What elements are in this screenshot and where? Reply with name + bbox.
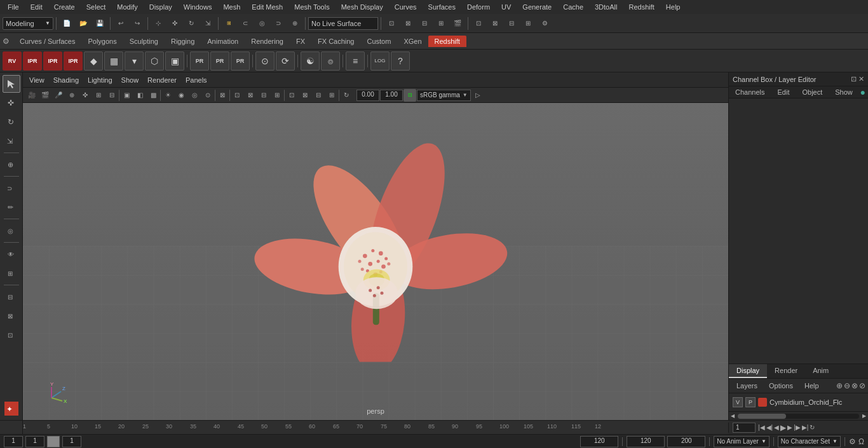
cb-tab-show[interactable]: Show xyxy=(829,86,859,98)
shelf-tab-rendering[interactable]: Rendering xyxy=(245,36,290,47)
menu-generate[interactable]: Generate xyxy=(517,2,557,12)
menu-mesh-tools[interactable]: Mesh Tools xyxy=(289,2,334,12)
menu-3dtoall[interactable]: 3DtoAll xyxy=(590,2,622,12)
cb-close-icon[interactable]: ✕ xyxy=(858,75,864,83)
show-hide-tool[interactable]: 👁 xyxy=(3,245,20,263)
layer-up-icon[interactable]: ⊗ xyxy=(851,381,858,390)
layer-add-icon[interactable]: ⊕ xyxy=(836,381,843,390)
le-subtab-layers[interactable]: Layers xyxy=(731,381,763,391)
shelf-icon-hex[interactable]: ⬡ xyxy=(145,51,164,71)
timeline-current-frame[interactable]: 1 xyxy=(733,423,756,433)
render-icon2[interactable]: ⊠ xyxy=(400,16,416,31)
vp-grid-btn[interactable]: ⊞ xyxy=(92,89,105,102)
vp-ao-btn[interactable]: ⊙ xyxy=(201,89,214,102)
le-subtab-help[interactable]: Help xyxy=(799,381,824,391)
vp-menu-view[interactable]: View xyxy=(25,75,48,85)
no-char-set-dropdown[interactable]: No Character Set ▼ xyxy=(778,436,841,447)
select-tool[interactable] xyxy=(3,75,20,93)
shelf-icon-yin[interactable]: ☯ xyxy=(301,51,320,71)
editor-tool[interactable]: ⊞ xyxy=(3,264,20,282)
viewport-3d[interactable]: Z X Y persp xyxy=(23,103,728,420)
shelf-icon-ipr3[interactable]: IPR xyxy=(64,51,83,71)
menu-edit-mesh[interactable]: Edit Mesh xyxy=(247,2,288,12)
vp-camera-btn[interactable]: 🎥 xyxy=(25,89,38,102)
tl-next-key-btn[interactable]: |▶ xyxy=(794,424,801,431)
tl-prev-btn[interactable]: ◀ xyxy=(774,424,779,431)
timeline-numbers[interactable]: 1 5 10 15 20 25 30 35 40 45 50 55 60 65 … xyxy=(23,421,728,434)
menu-curves[interactable]: Curves xyxy=(390,2,422,12)
layer-scrollbar[interactable]: ◀ ▶ xyxy=(729,411,868,420)
gamma-dropdown[interactable]: sRGB gamma ▼ xyxy=(417,90,471,101)
scroll-thumb[interactable] xyxy=(738,414,786,419)
menu-help[interactable]: Help xyxy=(661,2,686,12)
vp-size2-btn[interactable]: ⊠ xyxy=(299,89,311,102)
sb-frame1[interactable]: 1 xyxy=(4,436,23,447)
vp-menu-shading[interactable]: Shading xyxy=(50,75,83,85)
display-icon4[interactable]: ⊞ xyxy=(520,16,536,31)
le-tab-anim[interactable]: Anim xyxy=(805,364,836,378)
le-tab-display[interactable]: Display xyxy=(729,364,767,378)
layer-color-swatch[interactable] xyxy=(758,398,767,407)
menu-cache[interactable]: Cache xyxy=(558,2,588,12)
vp-exposure-field[interactable]: 0.00 xyxy=(356,90,379,101)
snap-surface-button[interactable]: ⊃ xyxy=(271,16,286,31)
vp-cursor-btn[interactable]: ✜ xyxy=(79,89,92,102)
save-file-button[interactable]: 💾 xyxy=(92,16,107,31)
snap-grid-button[interactable]: ⊞ xyxy=(221,16,236,31)
vp-size4-btn[interactable]: ⊞ xyxy=(325,89,338,102)
shelf-icon-log[interactable]: LOG xyxy=(370,51,390,71)
render-icon4[interactable]: ⊞ xyxy=(433,16,449,31)
vp-film-btn[interactable]: 🎬 xyxy=(39,89,51,102)
shelf-icon-grid[interactable]: ▦ xyxy=(104,51,123,71)
redo-button[interactable]: ↪ xyxy=(130,16,145,31)
menu-mesh-display[interactable]: Mesh Display xyxy=(336,2,388,12)
vp-aa3-btn[interactable]: ⊟ xyxy=(257,89,270,102)
vp-menu-renderer[interactable]: Renderer xyxy=(144,75,180,85)
no-live-surface-field[interactable]: No Live Surface xyxy=(308,17,378,30)
shelf-icon-box[interactable]: ▣ xyxy=(165,51,184,71)
shelf-icon-help[interactable]: ? xyxy=(391,51,410,71)
tl-start-btn[interactable]: |◀ xyxy=(758,424,765,431)
vp-settings2-btn[interactable]: ▷ xyxy=(471,89,484,102)
layer-down-icon[interactable]: ⊘ xyxy=(859,381,865,390)
menu-redshift[interactable]: Redshift xyxy=(623,2,659,12)
lasso-tool[interactable]: ⊃ xyxy=(3,179,20,197)
sb-frame4[interactable]: 120 xyxy=(580,436,618,447)
shelf-icon-pr2[interactable]: PR xyxy=(210,51,229,71)
scale-tool-button[interactable]: ⇲ xyxy=(200,16,215,31)
scale-tool[interactable]: ⇲ xyxy=(3,132,20,150)
scroll-track[interactable] xyxy=(738,414,859,419)
shelf-icon-menu[interactable]: ≡ xyxy=(346,51,365,71)
settings-icon[interactable]: ⚙ xyxy=(537,16,552,31)
paint-tool[interactable]: ✏ xyxy=(3,198,20,216)
shelf-icon-circle1[interactable]: ⊙ xyxy=(255,51,275,71)
mode-dropdown[interactable]: Modeling ▼ xyxy=(3,17,53,30)
snap-point-button[interactable]: ◎ xyxy=(254,16,269,31)
undo-button[interactable]: ↩ xyxy=(113,16,128,31)
shelf-icon-ipr2[interactable]: IPR xyxy=(43,51,62,71)
menu-create[interactable]: Create xyxy=(49,2,80,12)
layer-tool[interactable]: ⊟ xyxy=(3,288,20,306)
menu-display[interactable]: Display xyxy=(144,2,177,12)
layer-minus-icon[interactable]: ⊖ xyxy=(844,381,850,390)
tl-end-btn[interactable]: ▶| xyxy=(802,424,809,431)
display-icon1[interactable]: ⊡ xyxy=(471,16,486,31)
open-file-button[interactable]: 📂 xyxy=(76,16,91,31)
scroll-right-arrow[interactable]: ▶ xyxy=(860,413,868,419)
move-tool-button[interactable]: ✜ xyxy=(167,16,182,31)
layer-row-default[interactable]: V P Cymbidium_Orchid_Flc xyxy=(730,395,867,410)
layer-playback-p[interactable]: P xyxy=(745,397,756,407)
menu-file[interactable]: File xyxy=(3,2,24,12)
vp-menu-show[interactable]: Show xyxy=(118,75,143,85)
vp-aa4-btn[interactable]: ⊞ xyxy=(271,89,283,102)
shelf-icon-ipr1[interactable]: IPR xyxy=(23,51,42,71)
vp-shade1-btn[interactable]: ▣ xyxy=(120,89,133,102)
vp-aa2-btn[interactable]: ⊠ xyxy=(244,89,257,102)
combined-tool[interactable]: ⊕ xyxy=(3,156,20,173)
tl-next-btn[interactable]: ▶ xyxy=(787,424,792,431)
sb-char-icon[interactable]: Ω xyxy=(858,437,864,446)
grid-tool[interactable]: ⊠ xyxy=(3,307,20,325)
display-icon3[interactable]: ⊟ xyxy=(504,16,519,31)
render-icon3[interactable]: ⊟ xyxy=(417,16,432,31)
display-icon2[interactable]: ⊠ xyxy=(487,16,503,31)
